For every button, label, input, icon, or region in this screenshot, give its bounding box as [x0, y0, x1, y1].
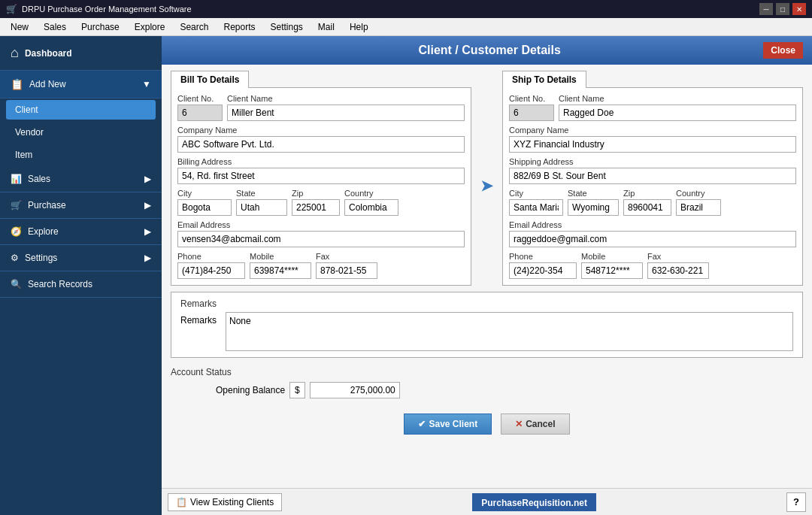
bill-fax-input[interactable]	[316, 262, 377, 279]
ship-email-input[interactable]	[509, 231, 796, 247]
bill-email-group: Email Address	[177, 220, 465, 247]
sidebar-item-settings[interactable]: ⚙ Settings ▶	[0, 245, 162, 271]
ship-mobile-group: Mobile	[581, 252, 643, 279]
ship-phone-group: Phone	[509, 252, 577, 279]
bill-company-input[interactable]	[177, 136, 465, 153]
menu-explore[interactable]: Explore	[127, 20, 173, 34]
menu-mail[interactable]: Mail	[311, 20, 342, 34]
opening-balance-label: Opening Balance	[216, 385, 285, 395]
menu-purchase[interactable]: Purchase	[74, 20, 127, 34]
sidebar-item-sales[interactable]: 📊 Sales ▶	[0, 166, 162, 192]
ship-zip-input[interactable]	[623, 199, 671, 216]
dialog-footer: 📋 View Existing Clients PurchaseRequisit…	[162, 488, 812, 515]
app-icon: 🛒	[6, 4, 17, 14]
ship-company-input[interactable]	[509, 136, 796, 153]
remarks-inner: Remarks None	[180, 312, 793, 351]
sidebar-dashboard[interactable]: ⌂ Dashboard	[0, 36, 162, 71]
ship-city-input[interactable]	[509, 199, 563, 216]
menu-search[interactable]: Search	[172, 20, 216, 34]
view-existing-label: View Existing Clients	[190, 497, 274, 507]
ship-state-input[interactable]	[568, 199, 619, 216]
cancel-button[interactable]: ✕ Cancel	[501, 414, 569, 435]
sidebar-item-explore[interactable]: 🧭 Explore ▶	[0, 219, 162, 245]
bill-mobile-label: Mobile	[250, 252, 311, 261]
ship-to-section: Ship To Details Client No. Client Name	[502, 71, 803, 286]
ship-mobile-input[interactable]	[581, 262, 643, 279]
bill-phone-input[interactable]	[177, 262, 245, 279]
chevron-down-icon: ▼	[142, 79, 151, 89]
bill-client-no-group: Client No.	[177, 94, 223, 121]
remarks-textarea[interactable]: None	[226, 312, 793, 351]
view-existing-clients-button[interactable]: 📋 View Existing Clients	[168, 493, 282, 511]
bill-city-input[interactable]	[177, 199, 232, 216]
menu-sales[interactable]: Sales	[36, 20, 74, 34]
bill-client-row: Client No. Client Name	[177, 94, 465, 121]
bill-to-tab[interactable]: Bill To Details	[171, 71, 249, 88]
explore-label: Explore	[28, 226, 59, 237]
sidebar-item-item[interactable]: Item	[0, 144, 162, 166]
ship-country-group: Country	[676, 189, 721, 216]
maximize-button[interactable]: □	[776, 3, 789, 15]
bill-to-section: Bill To Details Client No. Client Name	[171, 71, 471, 286]
ship-state-group: State	[568, 189, 619, 216]
ship-state-label: State	[568, 189, 619, 198]
sidebar-add-new[interactable]: 📋 Add New ▼	[0, 71, 162, 98]
sidebar-item-search-records[interactable]: 🔍 Search Records	[0, 271, 162, 298]
ship-client-no-input[interactable]	[509, 105, 554, 121]
bill-state-input[interactable]	[236, 199, 287, 216]
bill-state-group: State	[236, 189, 287, 216]
ship-location-row: City State Zip	[509, 189, 796, 216]
menu-new[interactable]: New	[3, 20, 36, 34]
bill-country-input[interactable]	[344, 199, 398, 216]
bill-address-input[interactable]	[177, 168, 465, 184]
ship-address-input[interactable]	[509, 168, 796, 184]
ship-phone-label: Phone	[509, 252, 577, 261]
ship-address-group: Shipping Address	[509, 157, 796, 184]
sales-icon: 📊	[11, 174, 22, 184]
add-new-icon: 📋	[11, 78, 23, 90]
bill-phone-label: Phone	[177, 252, 245, 261]
purchase-icon: 🛒	[11, 200, 22, 211]
explore-left: 🧭 Explore	[11, 226, 59, 237]
sidebar-item-client[interactable]: Client	[6, 100, 156, 120]
help-button[interactable]: ?	[786, 492, 806, 512]
ship-country-input[interactable]	[676, 199, 721, 216]
menu-bar: New Sales Purchase Explore Search Report…	[0, 18, 812, 36]
bill-email-input[interactable]	[177, 231, 465, 247]
account-status-label: Account Status	[171, 367, 803, 377]
ship-email-group: Email Address	[509, 220, 796, 247]
save-client-button[interactable]: ✔ Save Client	[404, 414, 492, 435]
search-records-label: Search Records	[28, 279, 92, 289]
ship-fax-input[interactable]	[647, 262, 709, 279]
bill-zip-input[interactable]	[292, 199, 340, 216]
search-records-icon: 🔍	[11, 279, 22, 289]
opening-balance-input[interactable]	[310, 382, 400, 398]
bill-client-name-input[interactable]	[227, 105, 465, 121]
menu-settings[interactable]: Settings	[263, 20, 311, 34]
ship-city-label: City	[509, 189, 563, 198]
ship-fax-label: Fax	[647, 252, 709, 261]
minimize-button[interactable]: ─	[759, 3, 773, 15]
ship-phone-input[interactable]	[509, 262, 577, 279]
currency-symbol: $	[289, 382, 305, 398]
ship-country-label: Country	[676, 189, 721, 198]
bill-client-no-label: Client No.	[177, 94, 223, 103]
bill-client-name-group: Client Name	[227, 94, 465, 121]
bill-client-no-input[interactable]	[177, 105, 223, 121]
bill-location-row: City State Zip	[177, 189, 465, 216]
dialog-close-button[interactable]: Close	[763, 42, 803, 59]
ship-to-tab[interactable]: Ship To Details	[502, 71, 586, 88]
bill-country-group: Country	[344, 189, 398, 216]
sidebar-item-vendor[interactable]: Vendor	[0, 121, 162, 144]
bill-mobile-input[interactable]	[250, 262, 311, 279]
bill-address-label: Billing Address	[177, 157, 465, 166]
arrow-col: ➤	[480, 71, 493, 286]
purchase-req-badge: PurchaseRequisition.net	[472, 493, 596, 511]
sidebar-item-purchase[interactable]: 🛒 Purchase ▶	[0, 192, 162, 219]
menu-help[interactable]: Help	[342, 20, 376, 34]
bill-contact-row: Phone Mobile Fax	[177, 252, 465, 279]
titlebar-close-button[interactable]: ✕	[792, 3, 806, 15]
ship-client-name-group: Client Name	[559, 94, 796, 121]
menu-reports[interactable]: Reports	[216, 20, 262, 34]
ship-client-name-input[interactable]	[559, 105, 796, 121]
